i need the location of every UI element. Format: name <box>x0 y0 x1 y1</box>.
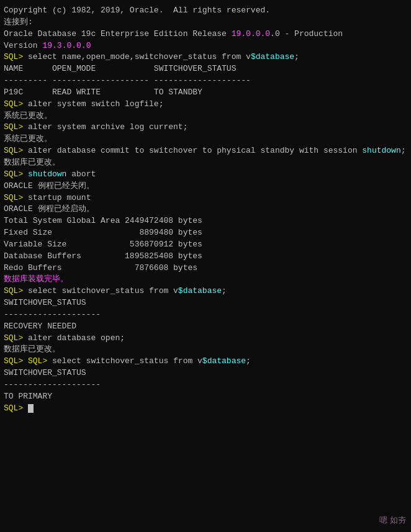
terminal-line: Database Buffers 1895825408 bytes <box>4 251 407 263</box>
terminal-line: 数据库已更改。 <box>4 344 407 356</box>
terminal-line: SQL> alter system switch logfile; <box>4 99 407 110</box>
terminal-line: ORACLE 例程已经启动。 <box>4 204 407 215</box>
terminal-line: Redo Buffers 7876608 bytes <box>4 263 407 274</box>
watermark: 嗯 如夯 <box>379 515 406 526</box>
terminal-line: 数据库已更改。 <box>4 157 407 169</box>
terminal-output: Copyright (c) 1982, 2019, Oracle. All ri… <box>4 5 407 415</box>
terminal-line: --------- -------------------- ---------… <box>4 75 407 87</box>
terminal-line: TO PRIMARY <box>4 391 407 403</box>
terminal-line: SQL> startup mount <box>4 192 407 204</box>
terminal-line: SWITCHOVER_STATUS <box>4 297 407 309</box>
terminal-line: Copyright (c) 1982, 2019, Oracle. All ri… <box>4 5 407 17</box>
terminal-line: Version 19.3.0.0.0 <box>4 40 407 52</box>
terminal-line: 系统已更改。 <box>4 133 407 145</box>
terminal-line: SQL> alter database commit to switchover… <box>4 145 407 157</box>
terminal-line: Fixed Size 8899480 bytes <box>4 227 407 239</box>
terminal-line: SQL> shutdown abort <box>4 169 407 181</box>
terminal-line: 连接到: <box>4 17 407 29</box>
terminal-line: SWITCHOVER_STATUS <box>4 367 407 379</box>
terminal-line: Oracle Database 19c Enterprise Edition R… <box>4 29 407 40</box>
terminal-line: SQL> select name,open_mode,switchover_st… <box>4 52 407 63</box>
terminal-line: SQL> alter database open; <box>4 333 407 345</box>
terminal-line: SQL> SQL> select switchover_status from … <box>4 356 407 367</box>
terminal-line: RECOVERY NEEDED <box>4 321 407 333</box>
terminal-line: SQL> select switchover_status from v$dat… <box>4 286 407 297</box>
terminal-line: Total System Global Area 2449472408 byte… <box>4 215 407 227</box>
terminal-line: -------------------- <box>4 379 407 391</box>
terminal-line: 系统已更改。 <box>4 110 407 122</box>
terminal-line: -------------------- <box>4 309 407 321</box>
terminal-line: SQL> <box>4 403 407 415</box>
terminal-line: SQL> alter system archive log current; <box>4 122 407 133</box>
terminal-line: Variable Size 536870912 bytes <box>4 239 407 251</box>
cursor <box>28 404 34 413</box>
terminal-line: NAME OPEN_MODE SWITCHOVER_STATUS <box>4 63 407 75</box>
terminal-line: P19C READ WRITE TO STANDBY <box>4 87 407 99</box>
terminal-line: ORACLE 例程已经关闭。 <box>4 181 407 192</box>
terminal-line: 数据库装载完毕。 <box>4 274 407 286</box>
